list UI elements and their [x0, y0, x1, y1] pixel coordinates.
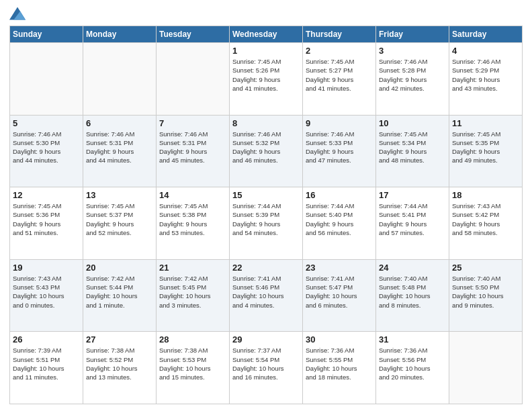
day-cell: 11Sunrise: 7:45 AMSunset: 5:35 PMDayligh… — [449, 115, 523, 187]
day-cell — [10, 43, 83, 116]
week-row-1: 1Sunrise: 7:45 AMSunset: 5:26 PMDaylight… — [10, 43, 523, 116]
day-number: 25 — [452, 263, 519, 273]
calendar-table: SundayMondayTuesdayWednesdayThursdayFrid… — [9, 26, 523, 404]
weekday-header-friday: Friday — [376, 26, 449, 43]
weekday-header-row: SundayMondayTuesdayWednesdayThursdayFrid… — [10, 26, 523, 43]
day-info: Sunrise: 7:36 AMSunset: 5:55 PMDaylight:… — [306, 346, 373, 381]
day-info: Sunrise: 7:45 AMSunset: 5:27 PMDaylight:… — [306, 57, 373, 93]
day-cell: 19Sunrise: 7:43 AMSunset: 5:43 PMDayligh… — [10, 259, 83, 332]
day-info: Sunrise: 7:38 AMSunset: 5:52 PMDaylight:… — [86, 346, 153, 381]
day-info: Sunrise: 7:44 AMSunset: 5:40 PMDaylight:… — [306, 201, 373, 237]
day-cell: 29Sunrise: 7:37 AMSunset: 5:54 PMDayligh… — [230, 332, 303, 404]
day-info: Sunrise: 7:45 AMSunset: 5:34 PMDaylight:… — [379, 130, 446, 165]
weekday-header-wednesday: Wednesday — [230, 26, 303, 43]
day-number: 28 — [159, 334, 226, 345]
week-row-3: 12Sunrise: 7:45 AMSunset: 5:36 PMDayligh… — [10, 187, 523, 260]
day-info: Sunrise: 7:46 AMSunset: 5:28 PMDaylight:… — [379, 57, 446, 93]
day-cell — [157, 43, 230, 116]
day-info: Sunrise: 7:46 AMSunset: 5:32 PMDaylight:… — [232, 130, 300, 165]
day-number: 4 — [452, 46, 519, 56]
day-info: Sunrise: 7:42 AMSunset: 5:45 PMDaylight:… — [159, 274, 226, 310]
day-cell: 2Sunrise: 7:45 AMSunset: 5:27 PMDaylight… — [303, 43, 376, 116]
week-row-4: 19Sunrise: 7:43 AMSunset: 5:43 PMDayligh… — [10, 259, 523, 332]
day-number: 29 — [232, 334, 300, 345]
day-cell: 21Sunrise: 7:42 AMSunset: 5:45 PMDayligh… — [157, 259, 230, 332]
day-number: 21 — [159, 263, 226, 273]
day-info: Sunrise: 7:45 AMSunset: 5:38 PMDaylight:… — [159, 201, 226, 237]
day-info: Sunrise: 7:39 AMSunset: 5:51 PMDaylight:… — [13, 346, 80, 381]
day-cell: 27Sunrise: 7:38 AMSunset: 5:52 PMDayligh… — [83, 332, 157, 404]
day-cell: 5Sunrise: 7:46 AMSunset: 5:30 PMDaylight… — [10, 115, 83, 187]
day-info: Sunrise: 7:46 AMSunset: 5:31 PMDaylight:… — [159, 130, 226, 165]
day-cell: 14Sunrise: 7:45 AMSunset: 5:38 PMDayligh… — [157, 187, 230, 260]
day-cell: 13Sunrise: 7:45 AMSunset: 5:37 PMDayligh… — [83, 187, 157, 260]
day-info: Sunrise: 7:44 AMSunset: 5:39 PMDaylight:… — [232, 201, 300, 237]
day-number: 24 — [379, 263, 446, 273]
day-info: Sunrise: 7:41 AMSunset: 5:46 PMDaylight:… — [232, 274, 300, 310]
day-number: 2 — [306, 46, 373, 56]
day-number: 11 — [452, 118, 519, 128]
day-cell: 6Sunrise: 7:46 AMSunset: 5:31 PMDaylight… — [83, 115, 157, 187]
header — [9, 7, 523, 20]
day-number: 18 — [452, 190, 519, 200]
day-info: Sunrise: 7:46 AMSunset: 5:31 PMDaylight:… — [86, 130, 153, 165]
day-cell: 20Sunrise: 7:42 AMSunset: 5:44 PMDayligh… — [83, 259, 157, 332]
day-number: 7 — [159, 118, 226, 128]
day-number: 19 — [13, 263, 80, 273]
day-cell: 1Sunrise: 7:45 AMSunset: 5:26 PMDaylight… — [230, 43, 303, 116]
day-cell: 28Sunrise: 7:38 AMSunset: 5:53 PMDayligh… — [157, 332, 230, 404]
day-number: 26 — [13, 334, 80, 345]
day-number: 10 — [379, 118, 446, 128]
day-cell: 22Sunrise: 7:41 AMSunset: 5:46 PMDayligh… — [230, 259, 303, 332]
weekday-header-thursday: Thursday — [303, 26, 376, 43]
day-info: Sunrise: 7:36 AMSunset: 5:56 PMDaylight:… — [379, 346, 446, 381]
day-number: 22 — [232, 263, 300, 273]
day-info: Sunrise: 7:43 AMSunset: 5:42 PMDaylight:… — [452, 201, 519, 237]
day-cell: 16Sunrise: 7:44 AMSunset: 5:40 PMDayligh… — [303, 187, 376, 260]
day-number: 5 — [13, 118, 80, 128]
day-info: Sunrise: 7:40 AMSunset: 5:48 PMDaylight:… — [379, 274, 446, 310]
week-row-2: 5Sunrise: 7:46 AMSunset: 5:30 PMDaylight… — [10, 115, 523, 187]
day-cell: 4Sunrise: 7:46 AMSunset: 5:29 PMDaylight… — [449, 43, 523, 116]
day-number: 17 — [379, 190, 446, 200]
day-info: Sunrise: 7:45 AMSunset: 5:35 PMDaylight:… — [452, 130, 519, 165]
day-number: 6 — [86, 118, 153, 128]
day-cell: 26Sunrise: 7:39 AMSunset: 5:51 PMDayligh… — [10, 332, 83, 404]
day-cell: 18Sunrise: 7:43 AMSunset: 5:42 PMDayligh… — [449, 187, 523, 260]
day-cell: 24Sunrise: 7:40 AMSunset: 5:48 PMDayligh… — [376, 259, 449, 332]
day-cell: 15Sunrise: 7:44 AMSunset: 5:39 PMDayligh… — [230, 187, 303, 260]
day-info: Sunrise: 7:38 AMSunset: 5:53 PMDaylight:… — [159, 346, 226, 381]
day-number: 12 — [13, 190, 80, 200]
day-info: Sunrise: 7:45 AMSunset: 5:36 PMDaylight:… — [13, 201, 80, 237]
day-cell: 9Sunrise: 7:46 AMSunset: 5:33 PMDaylight… — [303, 115, 376, 187]
day-cell: 31Sunrise: 7:36 AMSunset: 5:56 PMDayligh… — [376, 332, 449, 404]
day-number: 9 — [306, 118, 373, 128]
day-cell: 23Sunrise: 7:41 AMSunset: 5:47 PMDayligh… — [303, 259, 376, 332]
day-cell: 8Sunrise: 7:46 AMSunset: 5:32 PMDaylight… — [230, 115, 303, 187]
day-cell — [83, 43, 157, 116]
day-info: Sunrise: 7:46 AMSunset: 5:29 PMDaylight:… — [452, 57, 519, 93]
day-info: Sunrise: 7:46 AMSunset: 5:33 PMDaylight:… — [306, 130, 373, 165]
calendar-container: SundayMondayTuesdayWednesdayThursdayFrid… — [0, 0, 532, 411]
day-info: Sunrise: 7:42 AMSunset: 5:44 PMDaylight:… — [86, 274, 153, 310]
day-info: Sunrise: 7:43 AMSunset: 5:43 PMDaylight:… — [13, 274, 80, 310]
day-cell: 3Sunrise: 7:46 AMSunset: 5:28 PMDaylight… — [376, 43, 449, 116]
day-info: Sunrise: 7:44 AMSunset: 5:41 PMDaylight:… — [379, 201, 446, 237]
day-cell: 17Sunrise: 7:44 AMSunset: 5:41 PMDayligh… — [376, 187, 449, 260]
day-number: 27 — [86, 334, 153, 345]
weekday-header-saturday: Saturday — [449, 26, 523, 43]
day-number: 14 — [159, 190, 226, 200]
day-number: 13 — [86, 190, 153, 200]
day-info: Sunrise: 7:40 AMSunset: 5:50 PMDaylight:… — [452, 274, 519, 310]
logo — [9, 7, 28, 20]
day-cell: 30Sunrise: 7:36 AMSunset: 5:55 PMDayligh… — [303, 332, 376, 404]
day-info: Sunrise: 7:45 AMSunset: 5:37 PMDaylight:… — [86, 201, 153, 237]
day-cell — [449, 332, 523, 404]
weekday-header-tuesday: Tuesday — [157, 26, 230, 43]
day-info: Sunrise: 7:45 AMSunset: 5:26 PMDaylight:… — [232, 57, 300, 93]
day-number: 30 — [306, 334, 373, 345]
day-cell: 10Sunrise: 7:45 AMSunset: 5:34 PMDayligh… — [376, 115, 449, 187]
day-number: 16 — [306, 190, 373, 200]
day-info: Sunrise: 7:46 AMSunset: 5:30 PMDaylight:… — [13, 130, 80, 165]
day-cell: 12Sunrise: 7:45 AMSunset: 5:36 PMDayligh… — [10, 187, 83, 260]
